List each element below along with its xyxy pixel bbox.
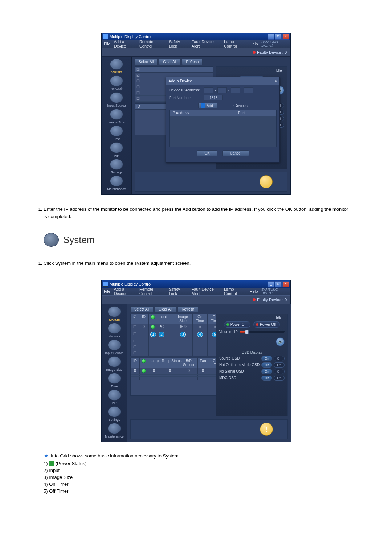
instruction-list-2: Click System in the main menu to open th… bbox=[44, 260, 348, 267]
menu-fault-device-alert[interactable]: Fault Device Alert bbox=[192, 40, 220, 48]
sidebar-item-settings[interactable]: Settings bbox=[102, 406, 127, 422]
ip-address-input[interactable]: . . . bbox=[204, 87, 253, 93]
off-toggle[interactable]: Off bbox=[274, 362, 285, 368]
sidebar-item-time[interactable]: Time bbox=[102, 373, 127, 388]
off-toggle[interactable]: Off bbox=[274, 356, 285, 361]
menu-remote-control[interactable]: Remote Control bbox=[139, 40, 165, 48]
port-number-label: Port Number: bbox=[169, 96, 202, 100]
cancel-button[interactable]: Cancel bbox=[222, 150, 249, 156]
menu-safety-lock[interactable]: Safety Lock bbox=[169, 40, 188, 48]
power-status-legend-icon bbox=[49, 461, 54, 466]
menu-fault-device-alert[interactable]: Fault Device Alert bbox=[192, 287, 220, 296]
volume-slider[interactable] bbox=[240, 331, 285, 333]
menu-lamp-control[interactable]: Lamp Control bbox=[224, 287, 246, 296]
volume-value: 10 bbox=[233, 330, 237, 334]
clear-all-button[interactable]: Clear All bbox=[159, 59, 180, 65]
power-on-button[interactable]: Power On bbox=[224, 321, 250, 328]
titlebar[interactable]: Multiple Display Control _ □ × bbox=[102, 33, 290, 40]
sidebar-item-pip[interactable]: PIP bbox=[102, 390, 127, 405]
on-toggle[interactable]: On bbox=[261, 376, 272, 381]
cable-icon bbox=[108, 340, 121, 350]
on-toggle[interactable]: On bbox=[261, 356, 272, 361]
refresh-button[interactable]: Refresh bbox=[177, 306, 198, 312]
off-toggle[interactable]: Off bbox=[274, 376, 285, 381]
marker-2: 2 bbox=[159, 332, 164, 337]
minimize-button[interactable]: _ bbox=[268, 34, 274, 40]
menu-add-a-device[interactable]: Add a Device bbox=[114, 287, 136, 296]
off-toggle[interactable]: Off bbox=[274, 369, 285, 374]
ip-octet-3[interactable] bbox=[231, 87, 240, 93]
sidebar-item-input-source[interactable]: Input Source bbox=[102, 340, 127, 355]
section-heading-system: System bbox=[44, 233, 348, 247]
info-note: ★ Info Grid shows some basic information… bbox=[44, 453, 348, 459]
sidebar-item-image-size[interactable]: Image Size bbox=[104, 109, 129, 124]
note-text: Info Grid shows some basic information n… bbox=[51, 453, 180, 459]
legend-item-5: 5) Off Timer bbox=[44, 488, 348, 494]
add-button[interactable]: ↓Add bbox=[198, 103, 217, 108]
minimize-button[interactable]: _ bbox=[268, 281, 274, 287]
idle-status: Idle bbox=[275, 68, 282, 73]
select-all-button[interactable]: Select All bbox=[130, 306, 153, 312]
menu-safety-lock[interactable]: Safety Lock bbox=[169, 287, 188, 296]
on-toggle[interactable]: On bbox=[261, 369, 272, 374]
ip-octet-2[interactable] bbox=[217, 87, 227, 93]
sidebar-item-time[interactable]: Time bbox=[104, 126, 129, 141]
menu-remote-control[interactable]: Remote Control bbox=[139, 287, 165, 296]
dialog-title: Add a Device bbox=[168, 79, 192, 83]
close-button[interactable]: × bbox=[282, 281, 289, 287]
menu-add-a-device[interactable]: Add a Device bbox=[114, 40, 136, 48]
gear-icon bbox=[108, 306, 121, 317]
table-row[interactable]: ☐ 0 PC 16:9 ○ ○ bbox=[131, 324, 222, 331]
sidebar-item-settings[interactable]: Settings bbox=[104, 159, 129, 174]
maximize-button[interactable]: □ bbox=[275, 281, 282, 287]
pip-icon bbox=[110, 142, 123, 153]
menu-lamp-control[interactable]: Lamp Control bbox=[224, 40, 246, 48]
marker-3: 3 bbox=[180, 332, 186, 337]
fault-indicator-icon bbox=[253, 298, 256, 301]
system-section-icon bbox=[44, 233, 59, 247]
close-button[interactable]: × bbox=[282, 34, 289, 40]
clear-all-button[interactable]: Clear All bbox=[155, 306, 176, 312]
refresh-button[interactable]: Refresh bbox=[182, 59, 203, 65]
sidebar-item-network[interactable]: Network bbox=[102, 323, 127, 338]
marker-row: ☐ 1 2 3 4 5 bbox=[131, 331, 222, 338]
globe-icon bbox=[108, 323, 121, 334]
menu-help[interactable]: Help bbox=[250, 289, 258, 294]
sidebar-item-maintenance[interactable]: Maintenance bbox=[102, 423, 127, 438]
ip-octet-4[interactable] bbox=[244, 87, 253, 93]
sidebar-item-input-source[interactable]: Input Source bbox=[104, 92, 129, 107]
ok-button[interactable]: OK bbox=[197, 150, 217, 156]
footer-pane: ! bbox=[130, 419, 288, 439]
maximize-button[interactable]: □ bbox=[275, 34, 282, 40]
idle-status: Idle bbox=[276, 316, 282, 320]
marker-4: 4 bbox=[197, 332, 203, 337]
window-title: Multiple Display Control bbox=[110, 34, 152, 39]
table-row[interactable]: 0 0 0 0 0 83 bbox=[131, 368, 230, 375]
power-off-button[interactable]: Power Off bbox=[253, 321, 280, 328]
legend-item-4: 4) On Timer bbox=[44, 481, 348, 487]
menu-file[interactable]: File bbox=[104, 289, 110, 294]
fault-indicator-icon bbox=[253, 51, 256, 54]
sidebar-item-system[interactable]: System bbox=[102, 306, 127, 321]
info-grid-bottom: ID Lamp Temp.Status B/R Sensor Fan Curre… bbox=[130, 358, 230, 396]
sidebar-item-network[interactable]: Network bbox=[104, 75, 129, 91]
sidebar-item-image-size[interactable]: Image Size bbox=[102, 356, 127, 372]
menu-file[interactable]: File bbox=[104, 42, 110, 46]
sidebar-item-system[interactable]: System bbox=[104, 59, 129, 74]
dialog-close-button[interactable]: × bbox=[275, 79, 277, 83]
osd-row-label: MDC OSD bbox=[219, 376, 236, 380]
sidebar-item-maintenance[interactable]: Maintenance bbox=[104, 176, 129, 191]
menu-help[interactable]: Help bbox=[250, 42, 258, 46]
ip-octet-1[interactable] bbox=[204, 87, 213, 93]
select-all-button[interactable]: Select All bbox=[135, 59, 158, 65]
sidebar-item-pip[interactable]: PIP bbox=[104, 142, 129, 157]
faulty-device-count: Faulty Device : 0 bbox=[257, 50, 287, 54]
pip-icon bbox=[108, 390, 121, 401]
legend-list: 1) (Power Status) 2) Input 3) Image Size… bbox=[44, 461, 348, 494]
on-toggle[interactable]: On bbox=[261, 362, 272, 368]
app-icon bbox=[103, 282, 108, 287]
speaker-button[interactable]: 🔊 bbox=[276, 337, 285, 346]
port-number-input[interactable]: 1515 bbox=[204, 95, 223, 100]
titlebar[interactable]: Multiple Display Control _ □ × bbox=[102, 280, 290, 288]
gear-icon bbox=[110, 59, 123, 70]
